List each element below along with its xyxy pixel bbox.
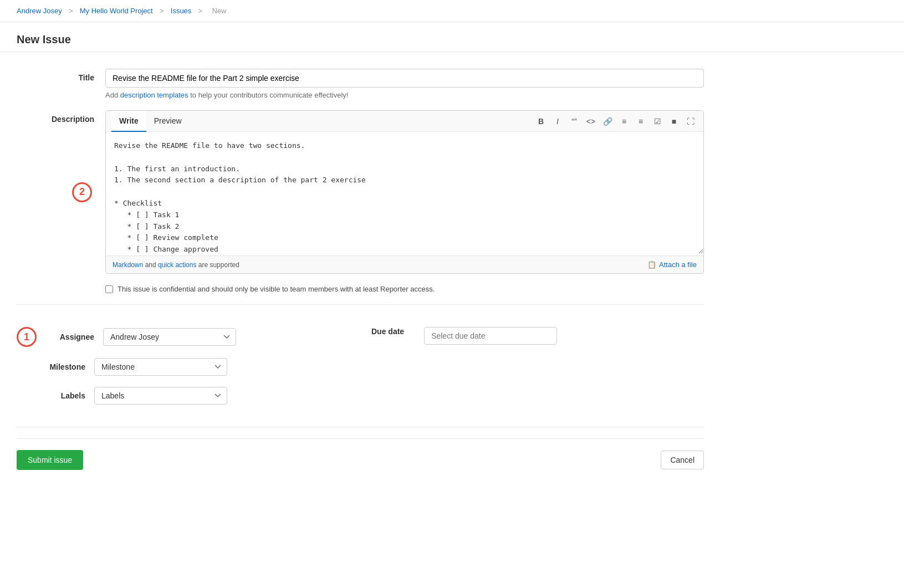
- description-row: Description 2 Write Preview B I “” <> 🔗: [17, 110, 704, 274]
- breadcrumb-sep-2: >: [157, 7, 166, 15]
- toolbar-ol[interactable]: ≡: [634, 114, 648, 129]
- attach-icon: 📋: [647, 260, 656, 269]
- breadcrumb-link-project[interactable]: My Hello World Project: [80, 7, 153, 15]
- editor-tabs-bar: Write Preview B I “” <> 🔗 ≡ ≡ ☑ ■ ⛶: [106, 111, 703, 132]
- description-templates-link[interactable]: description templates: [120, 91, 188, 99]
- toolbar-quote[interactable]: “”: [567, 114, 581, 129]
- toolbar-code[interactable]: <>: [584, 114, 598, 129]
- milestone-group: Milestone Milestone: [41, 358, 349, 376]
- cancel-button[interactable]: Cancel: [661, 451, 704, 469]
- confidential-label: This issue is confidential and should on…: [118, 285, 435, 293]
- markdown-link[interactable]: Markdown: [113, 261, 143, 269]
- toolbar-link[interactable]: 🔗: [600, 114, 615, 129]
- tab-write[interactable]: Write: [111, 111, 146, 132]
- due-date-label: Due date: [371, 327, 404, 336]
- breadcrumb-link-issues[interactable]: Issues: [171, 7, 192, 15]
- milestone-select[interactable]: Milestone: [94, 358, 227, 376]
- breadcrumb-sep-3: >: [196, 7, 205, 15]
- page-title: New Issue: [0, 22, 904, 52]
- title-row: Title Add description templates to help …: [17, 69, 704, 99]
- submit-button[interactable]: Submit issue: [17, 450, 83, 470]
- labels-label: Labels: [41, 391, 85, 400]
- assignee-section: 1 Assignee Andrew Josey Milestone Milest…: [17, 316, 704, 416]
- step-2-badge: 2: [72, 182, 92, 202]
- confidential-checkbox[interactable]: [105, 285, 113, 293]
- step-1-badge: 1: [17, 327, 37, 347]
- markdown-hint: Markdown and quick actions are supported: [113, 261, 239, 269]
- toolbar-table[interactable]: ■: [667, 114, 681, 129]
- title-field: Add description templates to help your c…: [105, 69, 704, 99]
- labels-select[interactable]: Labels: [94, 387, 227, 405]
- due-date-input[interactable]: [424, 327, 557, 345]
- confidential-row: This issue is confidential and should on…: [105, 285, 704, 293]
- editor-toolbar: B I “” <> 🔗 ≡ ≡ ☑ ■ ⛶: [534, 112, 698, 131]
- description-hint: Add description templates to help your c…: [105, 91, 704, 99]
- toolbar-fullscreen[interactable]: ⛶: [683, 114, 698, 129]
- assignee-group: 1 Assignee Andrew Josey: [17, 327, 349, 347]
- form-actions: Submit issue Cancel: [17, 438, 704, 481]
- main-content: Title Add description templates to help …: [0, 52, 721, 498]
- title-input[interactable]: [105, 69, 704, 88]
- description-label: Description: [17, 110, 105, 124]
- breadcrumb-link-user[interactable]: Andrew Josey: [17, 7, 62, 15]
- breadcrumb-sep-1: >: [67, 7, 75, 15]
- quick-actions-link[interactable]: quick actions: [158, 261, 196, 269]
- toolbar-ul[interactable]: ≡: [617, 114, 631, 129]
- tab-preview[interactable]: Preview: [146, 111, 190, 132]
- breadcrumb: Andrew Josey > My Hello World Project > …: [0, 0, 904, 22]
- toolbar-checklist[interactable]: ☑: [650, 114, 665, 129]
- toolbar-bold[interactable]: B: [534, 114, 548, 129]
- milestone-label: Milestone: [41, 362, 85, 371]
- bottom-divider: [17, 427, 704, 427]
- labels-group: Labels Labels: [41, 387, 349, 405]
- due-date-group: Due date: [371, 327, 704, 405]
- description-field: 2 Write Preview B I “” <> 🔗 ≡ ≡ ☑: [105, 110, 704, 274]
- attach-file-button[interactable]: 📋 Attach a file: [647, 260, 697, 269]
- assignee-select[interactable]: Andrew Josey: [103, 328, 236, 346]
- assignee-label: Assignee: [50, 333, 94, 341]
- toolbar-italic[interactable]: I: [550, 114, 565, 129]
- description-textarea[interactable]: Revise the README file to have two secti…: [106, 132, 703, 254]
- breadcrumb-current: New: [212, 7, 226, 15]
- assignee-left: 1 Assignee Andrew Josey Milestone Milest…: [17, 327, 349, 405]
- editor-footer: Markdown and quick actions are supported…: [106, 255, 703, 273]
- section-divider: [17, 304, 704, 305]
- title-label: Title: [17, 69, 105, 82]
- description-editor: Write Preview B I “” <> 🔗 ≡ ≡ ☑ ■ ⛶: [105, 110, 704, 274]
